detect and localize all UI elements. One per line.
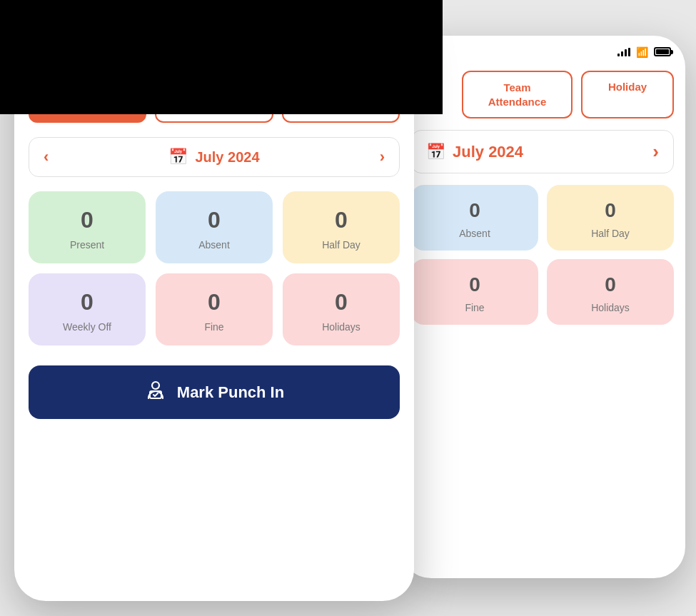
- status-right-2: 📶: [617, 46, 671, 58]
- stat-card-half-day-2[interactable]: 0 Half Day: [547, 185, 674, 251]
- stat-card-half-day[interactable]: 0 Half Day: [283, 191, 400, 263]
- stat-card-fine[interactable]: 0 Fine: [156, 273, 273, 345]
- stat-number-fine: 0: [208, 289, 221, 315]
- stats-grid-2: 0 Absent 0 Half Day 0 Fine 0 Holidays: [400, 185, 685, 336]
- stat-number-holidays-2: 0: [605, 273, 616, 296]
- svg-point-0: [152, 382, 159, 389]
- month-text-2: July 2024: [453, 143, 523, 161]
- wifi-icon: 📶: [636, 46, 648, 58]
- stat-number-weekly-off: 0: [81, 289, 94, 315]
- stat-label-half-day: Half Day: [322, 239, 360, 251]
- stat-label-absent-2: Absent: [459, 228, 490, 239]
- stat-number-holidays: 0: [335, 289, 348, 315]
- month-label: 📅 July 2024: [168, 148, 259, 166]
- phone-2: :41 📶 TeamAttendance Holiday 📅 July: [400, 36, 685, 578]
- signal-bars-icon-2: [617, 48, 630, 56]
- stat-card-holidays[interactable]: 0 Holidays: [283, 273, 400, 345]
- stat-label-holidays: Holidays: [322, 321, 360, 333]
- stat-number-fine-2: 0: [469, 273, 480, 296]
- next-month-button[interactable]: ›: [380, 148, 385, 166]
- stat-label-half-day-2: Half Day: [591, 228, 630, 239]
- battery-icon-2: [654, 47, 671, 56]
- stat-number-half-day-2: 0: [605, 199, 616, 222]
- punch-label: Mark Punch In: [177, 383, 284, 402]
- tab-bar-2: TeamAttendance Holiday: [400, 62, 685, 130]
- stat-label-fine: Fine: [204, 321, 223, 333]
- tab-holiday-2[interactable]: Holiday: [581, 71, 674, 118]
- black-overlay: [0, 0, 443, 114]
- mark-punch-in-button[interactable]: Mark Punch In: [29, 365, 400, 419]
- punch-icon: [144, 378, 167, 406]
- stat-label-absent: Absent: [198, 239, 230, 251]
- battery-fill-2: [656, 49, 669, 54]
- stat-number-half-day: 0: [335, 207, 348, 233]
- stat-number-absent-2: 0: [469, 199, 480, 222]
- stat-card-absent-2[interactable]: 0 Absent: [411, 185, 538, 251]
- stat-label-fine-2: Fine: [465, 302, 484, 313]
- stat-card-weekly-off[interactable]: 0 Weekly Off: [29, 273, 146, 345]
- stat-number-absent: 0: [208, 207, 221, 233]
- calendar-icon-2: 📅: [426, 143, 445, 161]
- stat-card-absent[interactable]: 0 Absent: [156, 191, 273, 263]
- next-month-button-2[interactable]: ›: [652, 141, 659, 163]
- stats-grid: 0 Present 0 Absent 0 Half Day 0 Weekly O…: [14, 191, 414, 360]
- stat-card-present[interactable]: 0 Present: [29, 191, 146, 263]
- month-nav: ‹ 📅 July 2024 ›: [29, 137, 400, 177]
- status-bar-2: :41 📶: [400, 36, 685, 62]
- stat-card-holidays-2[interactable]: 0 Holidays: [547, 259, 674, 325]
- tab-team-attendance-2[interactable]: TeamAttendance: [462, 71, 573, 118]
- stat-label-present: Present: [70, 239, 104, 251]
- stat-label-holidays-2: Holidays: [591, 302, 630, 313]
- calendar-icon: 📅: [168, 148, 188, 166]
- month-nav-2: 📅 July 2024 ›: [411, 130, 674, 173]
- month-label-2: 📅 July 2024: [426, 143, 523, 161]
- prev-month-button[interactable]: ‹: [44, 148, 49, 166]
- stat-card-fine-2[interactable]: 0 Fine: [411, 259, 538, 325]
- month-text: July 2024: [195, 149, 259, 166]
- stat-label-weekly-off: Weekly Off: [63, 321, 111, 333]
- stat-number-present: 0: [81, 207, 94, 233]
